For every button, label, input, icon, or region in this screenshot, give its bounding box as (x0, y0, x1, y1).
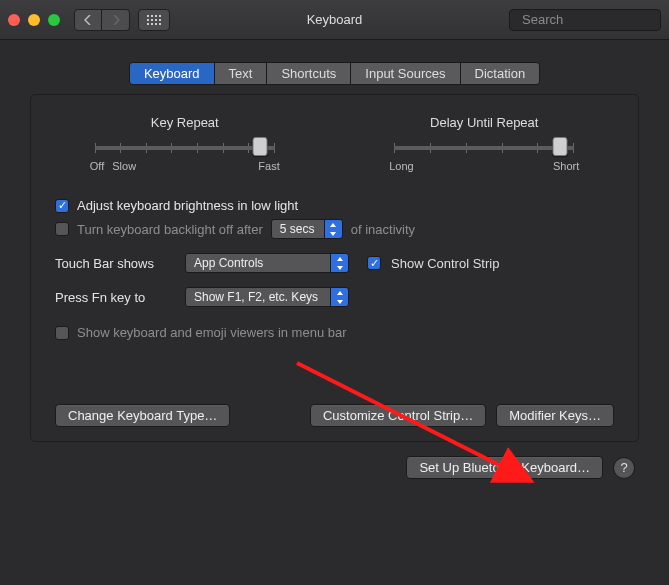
tab-bar: Keyboard Text Shortcuts Input Sources Di… (129, 62, 540, 85)
backlight-off-row: Turn keyboard backlight off after 5 secs… (55, 219, 614, 239)
zoom-window-button[interactable] (48, 14, 60, 26)
search-field[interactable] (509, 9, 661, 31)
titlebar: Keyboard (0, 0, 669, 40)
adjust-brightness-checkbox[interactable] (55, 199, 69, 213)
pane-buttons: Change Keyboard Type… Customize Control … (55, 404, 614, 427)
help-button[interactable]: ? (613, 457, 635, 479)
delay-repeat-knob[interactable] (552, 137, 567, 156)
show-control-strip-checkbox[interactable] (367, 256, 381, 270)
forward-button[interactable] (102, 9, 130, 31)
key-repeat-title: Key Repeat (151, 115, 219, 130)
fn-key-select[interactable]: Show F1, F2, etc. Keys (185, 287, 349, 307)
content: Keyboard Text Shortcuts Input Sources Di… (0, 40, 669, 585)
footer: Set Up Bluetooth Keyboard… ? (16, 456, 635, 479)
backlight-off-select[interactable]: 5 secs (271, 219, 343, 239)
backlight-off-checkbox[interactable] (55, 222, 69, 236)
tab-keyboard[interactable]: Keyboard (130, 63, 215, 84)
minimize-window-button[interactable] (28, 14, 40, 26)
key-repeat-off-label: Off (90, 160, 104, 172)
bluetooth-keyboard-button[interactable]: Set Up Bluetooth Keyboard… (406, 456, 603, 479)
tab-dictation[interactable]: Dictation (461, 63, 540, 84)
chevron-right-icon (112, 15, 120, 25)
stepper-icon (324, 220, 342, 238)
delay-short-label: Short (553, 160, 579, 172)
delay-long-label: Long (389, 160, 413, 172)
touch-bar-row: Touch Bar shows App Controls Show Contro… (55, 253, 614, 273)
show-all-button[interactable] (138, 9, 170, 31)
customize-control-strip-button[interactable]: Customize Control Strip… (310, 404, 486, 427)
stepper-icon (330, 288, 348, 306)
touch-bar-select-value: App Controls (194, 256, 263, 270)
tab-shortcuts[interactable]: Shortcuts (267, 63, 351, 84)
back-button[interactable] (74, 9, 102, 31)
stepper-icon (330, 254, 348, 272)
key-repeat-slider[interactable] (95, 146, 275, 150)
backlight-off-select-value: 5 secs (280, 222, 315, 236)
key-repeat-knob[interactable] (253, 137, 268, 156)
show-viewers-label: Show keyboard and emoji viewers in menu … (77, 325, 347, 340)
key-repeat-group: Key Repeat Off Slow Fast (55, 115, 315, 172)
tab-text[interactable]: Text (215, 63, 268, 84)
modifier-keys-button[interactable]: Modifier Keys… (496, 404, 614, 427)
backlight-off-label-after: of inactivity (351, 222, 415, 237)
sliders-row: Key Repeat Off Slow Fast Delay Until Rep… (55, 115, 614, 172)
fn-key-select-value: Show F1, F2, etc. Keys (194, 290, 318, 304)
delay-repeat-slider[interactable] (394, 146, 574, 150)
key-repeat-fast-label: Fast (258, 160, 279, 172)
window-controls (8, 14, 60, 26)
show-viewers-checkbox[interactable] (55, 326, 69, 340)
change-keyboard-type-button[interactable]: Change Keyboard Type… (55, 404, 230, 427)
delay-repeat-title: Delay Until Repeat (430, 115, 538, 130)
delay-repeat-group: Delay Until Repeat Long Short (355, 115, 615, 172)
key-repeat-slow-label: Slow (112, 160, 136, 172)
close-window-button[interactable] (8, 14, 20, 26)
fn-key-label: Press Fn key to (55, 290, 175, 305)
touch-bar-select[interactable]: App Controls (185, 253, 349, 273)
fn-key-row: Press Fn key to Show F1, F2, etc. Keys (55, 287, 614, 307)
show-viewers-row: Show keyboard and emoji viewers in menu … (55, 325, 614, 340)
tab-input-sources[interactable]: Input Sources (351, 63, 460, 84)
show-control-strip-label: Show Control Strip (391, 256, 499, 271)
keyboard-pane: Key Repeat Off Slow Fast Delay Until Rep… (30, 94, 639, 442)
backlight-off-label-before: Turn keyboard backlight off after (77, 222, 263, 237)
adjust-brightness-row: Adjust keyboard brightness in low light (55, 198, 614, 213)
search-input[interactable] (522, 12, 669, 27)
chevron-left-icon (84, 15, 92, 25)
adjust-brightness-label: Adjust keyboard brightness in low light (77, 198, 298, 213)
touch-bar-label: Touch Bar shows (55, 256, 175, 271)
grid-icon (147, 15, 161, 25)
